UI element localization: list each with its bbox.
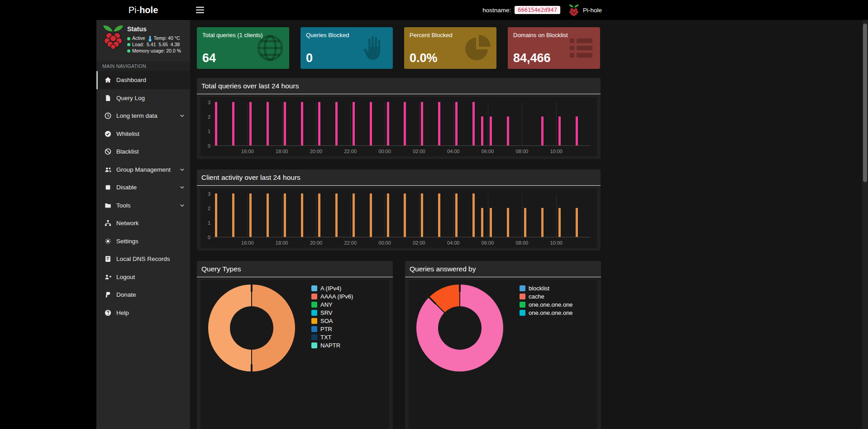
query-types-donut[interactable] (208, 284, 295, 371)
gears-icon (105, 238, 112, 245)
stat-card-percent-blocked[interactable]: Percent Blocked0.0% (404, 27, 496, 69)
pihole-logo-small-icon (568, 4, 579, 16)
bar (318, 102, 320, 145)
gridline (282, 102, 282, 145)
x-tick-label: 18:00 (276, 240, 288, 246)
stat-card-domains-on-blocklist[interactable]: Domains on Blocklist84,466 (508, 27, 600, 69)
x-tick-label: 22:00 (344, 149, 357, 154)
status-temp-label: Temp: 40 °C (154, 35, 180, 42)
sidebar-item-long-term-data[interactable]: Long term data (96, 107, 190, 125)
y-tick-label: 3 (200, 191, 210, 197)
queries-answered-panel: Queries answered by blocklistcacheone.on… (405, 261, 601, 429)
queries-answered-by-donut[interactable] (416, 284, 503, 371)
sidebar-item-label: Logout (116, 274, 135, 280)
sidebar-item-tools[interactable]: Tools (96, 197, 190, 215)
gridline (282, 194, 282, 237)
sidebar-item-disable[interactable]: Disable (96, 178, 190, 197)
bar (524, 208, 526, 237)
legend-item-ptr[interactable]: PTR (311, 326, 353, 332)
sidebar-item-label: Whitelist (116, 130, 139, 137)
total-queries-chart[interactable]: 16:0018:0020:0022:0000:0002:0004:0006:00… (200, 97, 597, 156)
x-tick-label: 00:00 (378, 149, 391, 154)
legend-swatch (311, 342, 317, 348)
donut-hole (438, 306, 482, 350)
stat-card-queries-blocked[interactable]: Queries Blocked0 (300, 27, 393, 69)
legend-item-one-one-one-one[interactable]: one.one.one.one (520, 310, 573, 316)
bar (421, 193, 423, 237)
legend-label: AAAA (IPv6) (320, 294, 353, 299)
sidebar-item-logout[interactable]: Logout (96, 268, 190, 286)
legend: A (IPv4)AAAA (IPv6)ANYSRVSOAPTRTXTNAPTR (311, 285, 353, 348)
sidebar-item-label: Long term data (116, 112, 157, 119)
legend-item-soa[interactable]: SOA (311, 318, 353, 324)
legend-item-a-ipv4[interactable]: A (IPv4) (311, 285, 353, 291)
legend-item-any[interactable]: ANY (311, 302, 353, 308)
legend-item-one-one-one-one[interactable]: one.one.one.one (520, 302, 573, 308)
chevron-down-icon (180, 167, 185, 172)
sidebar-item-help[interactable]: Help (96, 304, 190, 322)
panel-header: Query Types (197, 261, 393, 277)
sidebar-item-blacklist[interactable]: Blacklist (96, 143, 190, 161)
legend-item-txt[interactable]: TXT (311, 334, 353, 340)
sidebar-item-group-management[interactable]: Group Management (96, 161, 190, 179)
bar (558, 116, 561, 145)
sidebar-toggle-button[interactable] (196, 7, 204, 13)
scrollbar-thumb[interactable] (863, 24, 867, 182)
legend-swatch (311, 326, 317, 332)
nav-section-label: MAIN NAVIGATION (96, 61, 190, 71)
brand-link[interactable]: Pi-hole (96, 0, 190, 20)
sidebar-item-query-log[interactable]: Query Log (96, 89, 190, 107)
sidebar-item-whitelist[interactable]: Whitelist (96, 125, 190, 143)
scrollbar-track[interactable] (862, 20, 868, 429)
question-icon (105, 309, 112, 316)
legend-item-aaaa-ipv6[interactable]: AAAA (IPv6) (311, 294, 353, 299)
legend-label: PTR (320, 326, 332, 332)
legend-label: blocklist (529, 285, 549, 291)
ban-icon (105, 148, 112, 155)
app-name-link[interactable]: Pi-hole (583, 7, 602, 14)
gridline (453, 102, 454, 145)
y-tick-label: 0 (200, 143, 210, 149)
gridline (488, 194, 488, 237)
total-queries-panel: Total queries over last 24 hours 16:0018… (197, 78, 601, 159)
bar (353, 102, 355, 145)
hostname-label: hostname: (482, 7, 511, 14)
legend-label: SOA (320, 318, 333, 324)
legend-item-srv[interactable]: SRV (311, 310, 353, 316)
legend-item-naptr[interactable]: NAPTR (311, 342, 353, 348)
stat-card-value: 0 (306, 51, 313, 65)
gridline (419, 102, 420, 145)
home-icon (105, 77, 112, 83)
sidebar-item-local-dns-records[interactable]: Local DNS Records (96, 250, 190, 268)
sidebar-item-label: Group Management (116, 166, 171, 173)
x-tick-label: 10:00 (550, 240, 563, 246)
legend-item-cache[interactable]: cache (520, 294, 573, 299)
y-tick-label: 0 (200, 235, 210, 240)
client-activity-chart[interactable]: 16:0018:0020:0022:0000:0002:0004:0006:00… (200, 188, 597, 248)
bar (438, 193, 440, 237)
stat-cards-row: Total queries (1 clients)64Queries Block… (197, 27, 601, 69)
bar (481, 208, 483, 237)
legend-swatch (520, 302, 525, 308)
stat-card-total-queries-1-clients[interactable]: Total queries (1 clients)64 (197, 27, 289, 69)
sidebar-item-dashboard[interactable]: Dashboard (96, 71, 190, 89)
address-book-icon (105, 255, 112, 262)
bar (490, 116, 492, 145)
x-tick-label: 20:00 (310, 149, 323, 154)
bar (353, 193, 355, 237)
legend-item-blocklist[interactable]: blocklist (520, 285, 573, 291)
x-tick-label: 08:00 (516, 240, 529, 246)
hamburger-bar (196, 12, 204, 13)
stat-card-value: 0.0% (410, 51, 438, 65)
bar (404, 193, 406, 237)
gridline (248, 102, 248, 145)
x-tick-label: 02:00 (413, 149, 425, 154)
sidebar-item-donate[interactable]: Donate (96, 286, 190, 304)
bar (318, 193, 320, 237)
panel-title: Total queries over last 24 hours (201, 82, 596, 90)
client-activity-panel: Client activity over last 24 hours 16:00… (197, 169, 601, 251)
gridline (248, 194, 248, 237)
status-row-load: Load: 5.41 5.65 4.38 (127, 42, 181, 48)
sidebar-item-network[interactable]: Network (96, 214, 190, 232)
sidebar-item-settings[interactable]: Settings (96, 232, 190, 251)
